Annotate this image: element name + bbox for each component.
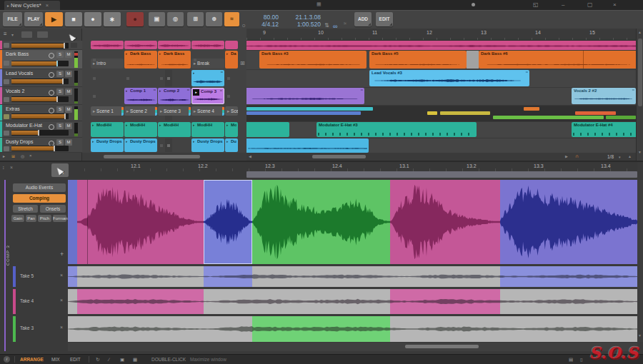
- arranger-ruler[interactable]: 9 10 11 12 13 14 15: [246, 29, 636, 41]
- dashboard-icon[interactable]: ▦: [316, 1, 322, 7]
- edit-menu-button[interactable]: EDIT: [376, 12, 393, 26]
- minimize-icon[interactable]: –: [562, 1, 564, 9]
- comp-segment-green[interactable]: [252, 180, 390, 264]
- snap-value[interactable]: 1/8: [607, 154, 614, 159]
- arranger-scroll-thumb[interactable]: [312, 155, 366, 158]
- group-scene-5[interactable]: ▸ Scene 5: [225, 106, 238, 116]
- maximize-icon[interactable]: ▢: [587, 1, 593, 9]
- arranger-clip-v22[interactable]: Vocals 2 #2≈: [572, 88, 636, 104]
- undo-icon[interactable]: ↻: [96, 357, 99, 363]
- launcher-scroll-thumb[interactable]: [104, 155, 200, 158]
- monitor-icon[interactable]: [49, 72, 54, 78]
- volume-slider[interactable]: [11, 146, 69, 151]
- editor-pointer-tool[interactable]: ▾: [51, 163, 69, 177]
- scroll-right-icon[interactable]: ▶: [565, 154, 568, 158]
- take-close-icon[interactable]: ×: [60, 325, 63, 330]
- stretch-button[interactable]: Stretch: [13, 205, 38, 213]
- editor-scroll-down-icon[interactable]: ▼: [638, 333, 642, 338]
- take-close-icon[interactable]: ×: [60, 273, 63, 278]
- take-label[interactable]: Take 3: [20, 325, 34, 330]
- empty-slot[interactable]: [158, 70, 191, 86]
- tab-edit[interactable]: EDIT: [70, 357, 81, 362]
- editor-scrollbar[interactable]: [68, 343, 637, 351]
- mute-button[interactable]: M: [65, 123, 72, 129]
- launcher-clip-modhh[interactable]: ▸ModHH: [225, 122, 238, 137]
- track-row-dark-bass[interactable]: Dark Bass S M: [0, 50, 82, 69]
- volume-slider[interactable]: [11, 79, 69, 84]
- fill-button[interactable]: ∗: [104, 12, 121, 26]
- footer-close-icon[interactable]: ×: [29, 153, 32, 158]
- display-profile-button[interactable]: ▣: [149, 12, 165, 26]
- cell-layout-icon[interactable]: ▦: [133, 357, 137, 363]
- close-icon[interactable]: ×: [613, 1, 617, 9]
- launcher-clip[interactable]: [124, 41, 157, 49]
- volume-slider[interactable]: [11, 113, 69, 119]
- arranger-vscrollbar[interactable]: ▲ ▼: [636, 29, 643, 161]
- launcher-clip-modhh[interactable]: ▸ModHH: [124, 122, 157, 137]
- scroll-left-icon[interactable]: ◀: [249, 154, 251, 158]
- arranger-clip-db5[interactable]: Dark Bass #5: [369, 51, 467, 69]
- take-lane-4[interactable]: [68, 289, 637, 314]
- zoom-fit-icon[interactable]: ▲: [628, 154, 632, 158]
- take-label[interactable]: Take 4: [20, 298, 34, 303]
- tab-close-icon[interactable]: ×: [46, 2, 49, 9]
- solo-button[interactable]: S: [56, 89, 64, 95]
- footer-scissors-icon[interactable]: ◎: [21, 153, 24, 158]
- launcher-clip-lead-vocals[interactable]: ▸≈: [191, 70, 224, 86]
- panel-toggle-1[interactable]: [21, 31, 32, 38]
- group-scene-3[interactable]: ▸ Scene 3: [158, 106, 191, 116]
- take-lane-5[interactable]: [68, 266, 637, 287]
- arranger-clip-dusty[interactable]: [246, 138, 369, 153]
- mute-button[interactable]: M: [65, 139, 72, 146]
- empty-slot[interactable]: [225, 88, 238, 104]
- launcher-clip-dark-bass[interactable]: ▸Dark Bass: [158, 51, 191, 69]
- track-name[interactable]: Dusty Drops: [6, 139, 34, 144]
- comp-segment-blue[interactable]: [68, 180, 77, 264]
- launcher-clip-dark-bass[interactable]: ▸Dark Bass: [124, 51, 157, 69]
- empty-slot[interactable]: [191, 51, 224, 69]
- snap-caret-icon[interactable]: ▾: [619, 155, 621, 159]
- monitor-icon[interactable]: [49, 53, 54, 59]
- monitor-icon[interactable]: [49, 90, 54, 96]
- scroll-down-icon[interactable]: ▼: [638, 150, 642, 154]
- solo-button[interactable]: S: [56, 51, 64, 58]
- pitch-button[interactable]: Pitch: [38, 215, 51, 222]
- group-scene-1[interactable]: ▸ Scene 1: [91, 106, 124, 116]
- arranger-clip-mod4[interactable]: Modulator E-Hat #4: [572, 122, 636, 137]
- tab-arrange[interactable]: ARRANGE: [20, 357, 44, 362]
- arranger-clip-mod3[interactable]: Modulator E-Hat #3: [316, 122, 477, 137]
- add-take-icon[interactable]: +: [60, 251, 64, 258]
- arranger-vscroll-thumb[interactable]: [638, 39, 642, 106]
- empty-slot[interactable]: [124, 70, 157, 86]
- editor-scroll-thumb[interactable]: [405, 345, 479, 348]
- tab-mix[interactable]: MIX: [51, 357, 60, 362]
- track-row-dusty-drops[interactable]: Dusty Drops S M: [0, 138, 82, 153]
- arranger-clip-mod-partial[interactable]: [246, 122, 289, 137]
- play-button[interactable]: ▶: [45, 12, 63, 26]
- formant-button[interactable]: Formant: [53, 215, 66, 222]
- arranger-clip-db3[interactable]: Dark Bass #3: [259, 51, 367, 69]
- editor-ruler[interactable]: 12.1 12.2 12.3 12.4 13.1 13.2 13.3 13.4: [68, 162, 637, 178]
- track-row-vocals-2[interactable]: Vocals 2 S M: [0, 87, 82, 105]
- launcher-scrollbar[interactable]: [82, 153, 246, 161]
- monitor-icon[interactable]: [49, 108, 54, 113]
- take-lane-3[interactable]: [68, 316, 637, 342]
- comp-segment-pink-2[interactable]: [390, 180, 500, 264]
- automation-write-button[interactable]: ●: [126, 12, 144, 26]
- arranger-clip-pink[interactable]: [246, 41, 636, 50]
- launcher-clip-comp-3[interactable]: ▸ Comp 3≈: [191, 88, 224, 104]
- scene-grid-icon[interactable]: ⊞: [240, 60, 245, 66]
- track-row-lead-vocals[interactable]: Lead Vocals S M: [0, 69, 82, 87]
- folder-icon[interactable]: [4, 114, 9, 119]
- launcher-clip-comp-2[interactable]: ▸Comp 2≈: [158, 88, 191, 104]
- group-scene-2[interactable]: ▸ Scene 2: [124, 106, 157, 116]
- empty-slot[interactable]: [91, 70, 124, 86]
- pen-tool-icon[interactable]: ∕: [109, 357, 109, 362]
- monitor-icon[interactable]: [49, 124, 54, 130]
- touch-mode-button[interactable]: ◎: [167, 12, 184, 26]
- launcher-clip[interactable]: [91, 41, 124, 49]
- launcher-clip[interactable]: [225, 41, 238, 49]
- volume-slider[interactable]: [11, 96, 69, 102]
- dual-display-button[interactable]: ⊞: [187, 12, 204, 26]
- take-label[interactable]: Take 5: [20, 273, 34, 278]
